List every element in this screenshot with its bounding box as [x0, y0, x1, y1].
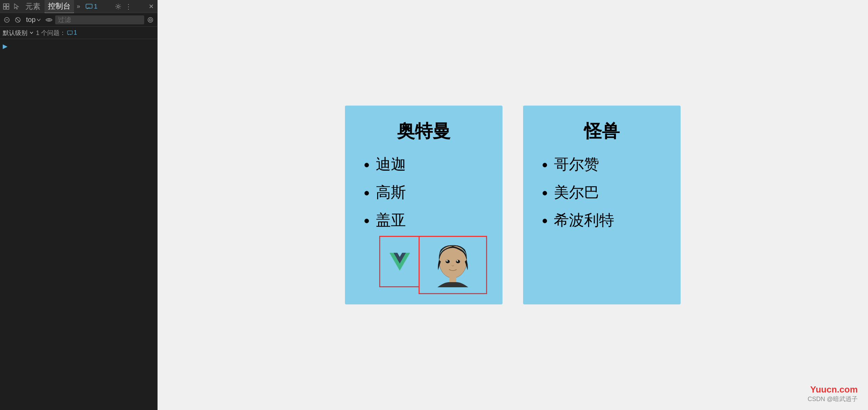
gear-icon[interactable]	[113, 2, 123, 11]
tab-console[interactable]: 控制台	[45, 0, 74, 13]
list-item: 哥尔赞	[554, 154, 664, 175]
list-item: 希波利特	[554, 209, 664, 231]
console-arrow: ▶	[3, 43, 8, 50]
overlap-area	[379, 236, 489, 294]
svg-point-20	[457, 260, 458, 262]
message-count: 1	[94, 3, 98, 10]
svg-point-16	[439, 245, 467, 278]
svg-rect-1	[7, 4, 9, 6]
svg-rect-13	[67, 31, 72, 34]
svg-point-18	[456, 260, 460, 263]
devtools-panel: 元素 控制台 » 1 ⋮ ✕	[0, 0, 158, 410]
face-sketch	[434, 243, 472, 287]
filter-input[interactable]	[58, 16, 141, 24]
ultraman-card: 奥特曼 迪迦 高斯 盖亚	[345, 106, 503, 304]
issue-number: 1	[74, 29, 77, 36]
list-item: 盖亚	[376, 209, 485, 231]
level-label: 默认级别	[3, 29, 27, 37]
vue-logo-box	[379, 236, 420, 287]
svg-point-12	[149, 19, 151, 21]
tabs-overflow-icon[interactable]: »	[75, 1, 82, 11]
issue-badge: 1	[67, 29, 77, 36]
watermark-author: CSDN @暗武逍子	[808, 395, 858, 403]
eye-icon[interactable]	[44, 15, 54, 25]
main-preview: 奥特曼 迪迦 高斯 盖亚	[158, 0, 868, 410]
watermark: Yuucn.com CSDN @暗武逍子	[808, 384, 858, 403]
list-item: 迪迦	[376, 154, 485, 175]
svg-point-11	[148, 17, 153, 22]
svg-point-10	[48, 19, 50, 21]
monster-card: 怪兽 哥尔赞 美尔巴 希波利特	[523, 106, 681, 304]
svg-point-5	[117, 5, 119, 8]
level-dropdown[interactable]: 默认级别	[3, 29, 33, 37]
svg-point-17	[446, 260, 450, 263]
console-toolbar: top	[0, 13, 157, 27]
watermark-site: Yuucn.com	[808, 384, 858, 395]
svg-line-9	[16, 18, 20, 22]
messages-tab[interactable]: 1	[83, 1, 100, 12]
devtools-tab-bar: 元素 控制台 » 1 ⋮ ✕	[0, 0, 157, 13]
svg-rect-4	[86, 4, 92, 8]
more-icon[interactable]: ⋮	[124, 2, 133, 11]
context-label: top	[26, 16, 36, 24]
svg-rect-0	[3, 4, 6, 6]
photo-box	[419, 236, 487, 294]
svg-rect-3	[7, 7, 9, 9]
cursor-icon[interactable]	[12, 2, 21, 11]
svg-point-19	[446, 260, 448, 262]
tab-elements[interactable]: 元素	[22, 0, 44, 13]
list-item: 美尔巴	[554, 182, 664, 203]
list-item: 高斯	[376, 182, 485, 203]
monster-list: 哥尔赞 美尔巴 希波利特	[540, 154, 664, 287]
block-icon[interactable]	[13, 15, 23, 25]
close-icon[interactable]: ✕	[147, 1, 156, 12]
context-dropdown[interactable]: top	[24, 15, 43, 24]
inspect-icon[interactable]	[1, 2, 11, 11]
console-subbar: 默认级别 1 个问题： 1	[0, 27, 157, 39]
svg-rect-2	[3, 7, 6, 9]
filter-settings-icon[interactable]	[146, 15, 155, 25]
filter-wrapper	[55, 15, 144, 24]
issue-count-label: 1 个问题： 1	[36, 29, 77, 37]
vue-logo-icon	[389, 252, 410, 271]
ultraman-title: 奥特曼	[362, 119, 485, 143]
console-content: ▶	[0, 39, 157, 410]
monster-title: 怪兽	[540, 119, 664, 143]
clear-icon[interactable]	[2, 15, 12, 25]
